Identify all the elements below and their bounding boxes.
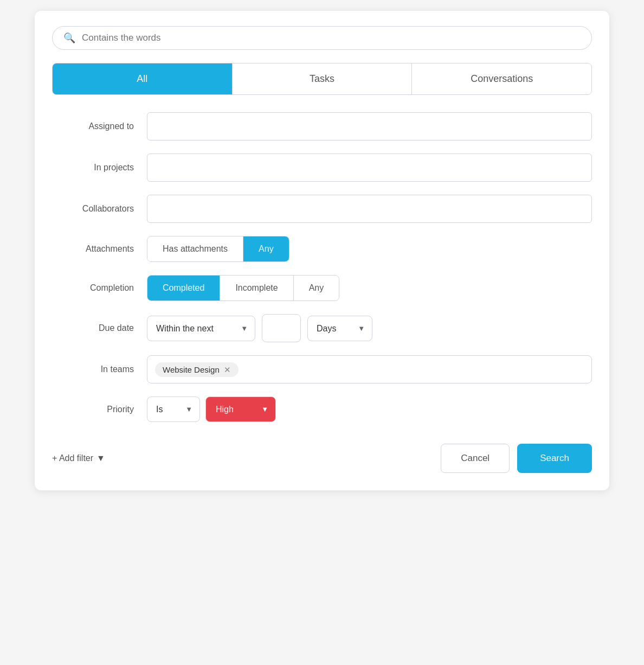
in-teams-label: In teams (52, 365, 147, 374)
priority-row: Priority Is Is not ▼ High Medium Low ▼ (52, 397, 592, 422)
priority-value-select[interactable]: High Medium Low (205, 397, 276, 422)
in-projects-label: In projects (52, 163, 147, 172)
within-select-wrapper: Within the next Before After On ▼ (147, 316, 255, 341)
teams-field[interactable]: Website Design ✕ (147, 355, 592, 383)
footer-actions: Cancel Search (441, 444, 592, 473)
collaborators-row: Collaborators (52, 195, 592, 223)
tab-all[interactable]: All (53, 63, 232, 94)
attachments-label: Attachments (52, 244, 147, 254)
tab-bar: All Tasks Conversations (52, 63, 592, 95)
assigned-to-label: Assigned to (52, 122, 147, 131)
attachments-has-btn[interactable]: Has attachments (147, 236, 243, 261)
team-tag: Website Design ✕ (155, 362, 239, 377)
priority-is-select[interactable]: Is Is not (147, 397, 200, 422)
attachments-any-btn[interactable]: Any (243, 236, 289, 261)
assigned-to-input[interactable] (147, 112, 592, 140)
in-teams-row: In teams Website Design ✕ (52, 355, 592, 383)
add-filter-chevron-icon: ▼ (96, 453, 105, 463)
completion-incomplete-btn[interactable]: Incomplete (220, 276, 293, 300)
priority-is-wrapper: Is Is not ▼ (147, 397, 200, 422)
completion-toggle: Completed Incomplete Any (147, 275, 339, 301)
due-date-row: Due date Within the next Before After On… (52, 314, 592, 342)
due-date-number-input[interactable] (262, 314, 301, 342)
tab-conversations[interactable]: Conversations (411, 63, 591, 94)
due-date-controls: Within the next Before After On ▼ Days W… (147, 314, 372, 342)
remove-team-tag-icon[interactable]: ✕ (224, 366, 231, 374)
assigned-to-row: Assigned to (52, 112, 592, 140)
completion-row: Completion Completed Incomplete Any (52, 275, 592, 301)
cancel-button[interactable]: Cancel (441, 444, 510, 473)
period-select[interactable]: Days Weeks Months (307, 316, 372, 341)
collaborators-label: Collaborators (52, 204, 147, 214)
priority-controls: Is Is not ▼ High Medium Low ▼ (147, 397, 276, 422)
search-bar: 🔍 (52, 26, 592, 50)
search-icon: 🔍 (63, 32, 75, 44)
team-tag-label: Website Design (163, 365, 220, 374)
priority-label: Priority (52, 405, 147, 414)
add-filter-label: + Add filter (52, 453, 93, 463)
attachments-toggle: Has attachments Any (147, 236, 289, 262)
add-filter-button[interactable]: + Add filter ▼ (52, 453, 105, 463)
priority-value-wrapper: High Medium Low ▼ (205, 397, 276, 422)
footer: + Add filter ▼ Cancel Search (52, 444, 592, 473)
completion-completed-btn[interactable]: Completed (147, 276, 220, 300)
period-select-wrapper: Days Weeks Months ▼ (307, 316, 372, 341)
due-date-label: Due date (52, 323, 147, 333)
search-button[interactable]: Search (517, 444, 592, 473)
attachments-row: Attachments Has attachments Any (52, 236, 592, 262)
in-projects-input[interactable] (147, 154, 592, 182)
within-select[interactable]: Within the next Before After On (147, 316, 255, 341)
tab-tasks[interactable]: Tasks (232, 63, 412, 94)
collaborators-input[interactable] (147, 195, 592, 223)
search-input[interactable] (82, 33, 581, 43)
completion-any-btn[interactable]: Any (293, 276, 339, 300)
completion-label: Completion (52, 283, 147, 293)
in-projects-row: In projects (52, 154, 592, 182)
search-panel: 🔍 All Tasks Conversations Assigned to In… (35, 11, 609, 490)
